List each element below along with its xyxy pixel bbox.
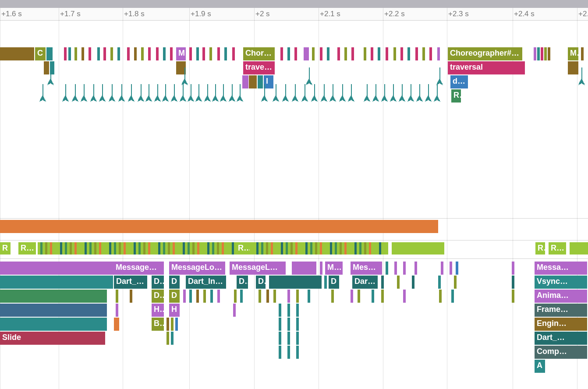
trace-slice-thin[interactable] bbox=[279, 346, 281, 359]
trace-slice-thin[interactable] bbox=[386, 47, 388, 60]
trace-slice[interactable] bbox=[292, 262, 316, 275]
trace-slice[interactable] bbox=[0, 304, 107, 317]
trace-slice[interactable]: MessageL… bbox=[230, 262, 286, 275]
trace-slice[interactable]: M… bbox=[325, 262, 343, 275]
trace-slice[interactable] bbox=[46, 47, 53, 60]
trace-slice-thin[interactable] bbox=[422, 47, 425, 60]
trace-slice-thin[interactable] bbox=[450, 262, 452, 275]
trace-slice-thin[interactable] bbox=[280, 47, 283, 60]
trace-slice[interactable]: Dart_… bbox=[535, 332, 587, 345]
trace-slice-thin[interactable] bbox=[403, 290, 406, 303]
trace-slice[interactable]: Vsync… bbox=[535, 276, 587, 289]
trace-slice-thin[interactable] bbox=[224, 47, 227, 60]
trace-slice-thin[interactable] bbox=[156, 47, 159, 60]
trace-slice-thin[interactable] bbox=[89, 47, 91, 60]
trace-slice[interactable]: D bbox=[256, 276, 266, 289]
trace-slice-thin[interactable] bbox=[454, 276, 457, 289]
trace-slice-thin[interactable] bbox=[544, 47, 547, 60]
trace-slice-thin[interactable] bbox=[337, 47, 340, 60]
trace-slice-thin[interactable] bbox=[537, 47, 540, 60]
trace-slice[interactable]: R bbox=[0, 242, 11, 255]
track-raster-legend[interactable]: Messa…Vsync…Anima…Frame…Engin…Dart_…Comp… bbox=[535, 262, 587, 375]
trace-slice-thin[interactable] bbox=[393, 47, 396, 60]
trace-slice-thin[interactable] bbox=[234, 290, 237, 303]
trace-slice-thin[interactable] bbox=[287, 332, 290, 345]
trace-slice-thin[interactable] bbox=[117, 47, 120, 60]
trace-slice-thin[interactable] bbox=[127, 47, 130, 60]
trace-slice[interactable]: Run… bbox=[18, 242, 36, 255]
trace-slice-thin[interactable] bbox=[407, 47, 410, 60]
trace-slice-thin[interactable] bbox=[163, 47, 166, 60]
trace-slice-thin[interactable] bbox=[456, 262, 458, 275]
trace-slice[interactable]: B… bbox=[152, 318, 164, 331]
trace-slice-thin[interactable] bbox=[171, 332, 174, 345]
trace-slice-thin[interactable] bbox=[279, 304, 281, 317]
trace-slice-thin[interactable] bbox=[397, 276, 400, 289]
trace-slice-thin[interactable] bbox=[287, 318, 290, 331]
trace-slice-thin[interactable] bbox=[202, 47, 205, 60]
trace-slice[interactable]: M bbox=[568, 47, 578, 60]
trace-slice[interactable]: R bbox=[535, 242, 545, 255]
trace-slice-thin[interactable] bbox=[312, 47, 315, 60]
trace-slice-thin[interactable] bbox=[166, 318, 169, 331]
trace-slice-thin[interactable] bbox=[371, 47, 373, 60]
trace-slice-thin[interactable] bbox=[403, 262, 406, 275]
trace-slice-thin[interactable] bbox=[217, 47, 220, 60]
trace-slice-thin[interactable] bbox=[327, 47, 329, 60]
trace-slice[interactable]: Anima… bbox=[535, 290, 587, 303]
trace-slice-thin[interactable] bbox=[170, 47, 173, 60]
trace-slice-thin[interactable] bbox=[394, 262, 397, 275]
track-run[interactable]: RRun…R…RRu… bbox=[0, 242, 588, 255]
trace-slice-thin[interactable] bbox=[81, 47, 84, 60]
trace-slice-thin[interactable] bbox=[240, 290, 243, 303]
trace-slice[interactable]: H bbox=[169, 304, 180, 317]
trace-slice[interactable]: D bbox=[329, 276, 339, 289]
trace-slice-thin[interactable] bbox=[273, 290, 276, 303]
trace-slice-thin[interactable] bbox=[97, 47, 100, 60]
trace-slice-thin[interactable] bbox=[438, 276, 441, 289]
trace-slice[interactable]: Chore… bbox=[243, 47, 275, 60]
trace-slice-thin[interactable] bbox=[287, 47, 290, 60]
trace-slice[interactable] bbox=[0, 220, 438, 233]
trace-slice[interactable] bbox=[0, 276, 113, 289]
trace-slice-thin[interactable] bbox=[512, 276, 514, 289]
trace-slice-thin[interactable] bbox=[116, 290, 118, 303]
trace-slice-thin[interactable] bbox=[378, 47, 380, 60]
trace-slice[interactable] bbox=[114, 318, 119, 331]
trace-slice-thin[interactable] bbox=[351, 47, 354, 60]
trace-slice-thin[interactable] bbox=[429, 47, 432, 60]
trace-slice-thin[interactable] bbox=[196, 290, 199, 303]
trace-slice-thin[interactable] bbox=[74, 47, 77, 60]
trace-slice-thin[interactable] bbox=[308, 290, 310, 303]
trace-slice-thin[interactable] bbox=[451, 290, 454, 303]
trace-slice-thin[interactable] bbox=[183, 290, 186, 303]
trace-slice[interactable]: D bbox=[169, 290, 180, 303]
trace-slice-thin[interactable] bbox=[175, 318, 178, 331]
trace-slice-thin[interactable] bbox=[415, 47, 418, 60]
trace-slice-thin[interactable] bbox=[130, 290, 132, 303]
trace-slice-thin[interactable] bbox=[381, 290, 384, 303]
trace-slice-thin[interactable] bbox=[364, 47, 366, 60]
trace-slice-thin[interactable] bbox=[351, 290, 353, 303]
trace-slice-thin[interactable] bbox=[287, 290, 290, 303]
trace-slice[interactable]: Comp… bbox=[535, 346, 587, 359]
trace-slice-thin[interactable] bbox=[203, 290, 206, 303]
trace-slice-thin[interactable] bbox=[324, 276, 327, 289]
trace-slice[interactable] bbox=[392, 242, 444, 255]
trace-slice[interactable] bbox=[304, 47, 309, 60]
trace-slice-thin[interactable] bbox=[64, 47, 67, 60]
trace-slice-thin[interactable] bbox=[441, 262, 443, 275]
trace-slice-thin[interactable] bbox=[210, 290, 213, 303]
trace-slice-thin[interactable] bbox=[437, 47, 440, 60]
trace-slice-thin[interactable] bbox=[381, 276, 384, 289]
trace-slice-thin[interactable] bbox=[148, 47, 151, 60]
trace-slice-thin[interactable] bbox=[414, 262, 417, 275]
trace-slice-thin[interactable] bbox=[141, 47, 144, 60]
trace-slice[interactable]: Engin… bbox=[535, 318, 587, 331]
trace-slice-thin[interactable] bbox=[166, 332, 169, 345]
trace-slice-thin[interactable] bbox=[534, 47, 536, 60]
trace-slice-thin[interactable] bbox=[279, 332, 281, 345]
trace-slice-thin[interactable] bbox=[103, 47, 106, 60]
trace-slice-thin[interactable] bbox=[233, 304, 236, 317]
trace-slice[interactable]: Dart_In… bbox=[186, 276, 226, 289]
